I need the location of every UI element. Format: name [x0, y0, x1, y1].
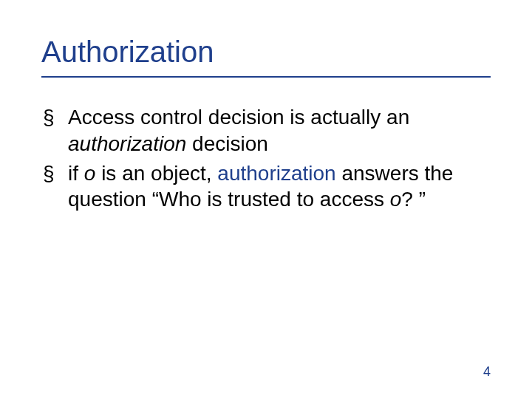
- page-number: 4: [483, 364, 491, 380]
- bullet-list: Access control decision is actually an a…: [41, 104, 491, 213]
- text-run: ? ”: [401, 188, 426, 211]
- keyword-text: authorization: [217, 162, 335, 185]
- text-run: Access control decision is actually an: [68, 106, 409, 129]
- italic-text: authorization: [68, 132, 186, 155]
- slide: Authorization Access control decision is…: [0, 0, 532, 399]
- bullet-item: Access control decision is actually an a…: [41, 104, 491, 157]
- bullet-item: if o is an object, authorization answers…: [41, 160, 491, 214]
- italic-text: o: [390, 188, 402, 211]
- text-run: decision: [186, 132, 268, 155]
- italic-text: o: [84, 162, 96, 185]
- text-run: if: [68, 162, 84, 185]
- slide-title: Authorization: [41, 35, 491, 78]
- text-run: is an object,: [95, 162, 217, 185]
